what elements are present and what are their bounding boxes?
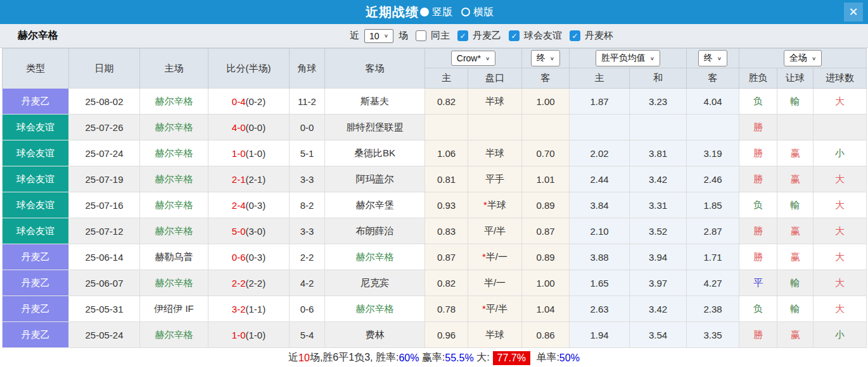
ah-line: 半/一 [468,270,522,296]
home-team[interactable]: 赫尔辛格 [140,89,208,115]
away-team[interactable]: 阿玛盖尔 [325,166,425,192]
ah-away-odds: 1.01 [522,166,570,192]
away-team[interactable]: 桑德比BK [325,140,425,166]
chevron-down-icon: ∨ [650,56,654,61]
match-type-badge: 球会友谊 [3,140,69,166]
home-team[interactable]: 赫尔辛格 [140,218,208,244]
avg-away-odds: 2.38 [687,296,739,322]
recent-count-select[interactable]: 10 ∨ [364,29,393,43]
handicap-indicator: 赢 [777,140,814,166]
footer-summary: 近10场,胜6平1负3, 胜率:60% 赢率:55.5% 大:77.7% 单率:… [0,348,868,367]
goals-indicator: 大 [814,296,867,322]
col-header-type: 类型 [3,49,69,89]
table-row: 丹麦乙25-06-14赫勒乌普0-6(0-3)2-2赫尔辛格0.87*半/一0.… [3,244,867,270]
home-team[interactable]: 赫勒乌普 [140,244,208,270]
home-team[interactable]: 赫尔辛格 [140,140,208,166]
filter-checkbox-league[interactable]: ✓ [457,30,468,41]
sub-header-goals: 进球数 [814,68,867,89]
away-team[interactable]: 尼克宾 [325,270,425,296]
table-row: 丹麦乙25-06-07赫尔辛格2-2(2-2)4-2尼克宾0.82半/一1.00… [3,270,867,296]
ah-line: 平/半 [468,218,522,244]
away-team[interactable]: 赫尔辛格 [325,244,425,270]
near-label: 近 [350,30,359,42]
avg-home-odds: 1.65 [570,270,630,296]
home-team[interactable]: 赫尔辛格 [140,322,208,348]
odds-company-select[interactable]: Crow*∨ [451,51,495,66]
scope-select[interactable]: 全场∨ [784,50,822,66]
odds-time-select[interactable]: 终∨ [531,50,560,66]
col-header-date: 日期 [69,49,140,89]
radio-vertical-layout[interactable]: 竖版 [420,6,452,19]
radio-dot-icon [420,8,429,16]
halftime-score: (1-1) [246,304,266,314]
goals-indicator: 小 [814,322,867,348]
close-icon[interactable]: ✕ [844,3,863,22]
home-team[interactable]: 赫尔辛格 [140,115,208,140]
footer-segment: 场,胜6平1负3, 胜率: [310,351,399,364]
away-team[interactable]: 布朗薛治 [325,218,425,244]
halftime-score: (0-3) [246,252,266,263]
corners-score: 3-3 [290,166,325,192]
away-team[interactable]: 费林 [325,322,425,348]
col-header-away: 客场 [325,49,425,89]
match-date: 25-07-24 [69,140,140,166]
corners-score: 4-2 [290,270,325,296]
match-date: 25-08-02 [69,89,140,115]
away-team[interactable]: 斯基夫 [325,89,425,115]
ah-away-odds: 0.70 [522,140,570,166]
handicap-indicator [777,115,814,140]
avg-time-select[interactable]: 终∨ [698,50,727,66]
away-team[interactable]: 腓特烈堡联盟 [325,115,425,140]
avg-draw-odds [630,115,687,140]
handicap-indicator: 赢 [777,166,814,192]
corners-score: 0-0 [290,115,325,140]
fulltime-score: 4-0 [232,122,246,133]
match-score: 1-0(1-0) [208,140,290,166]
fulltime-score: 2-4 [232,200,246,211]
ah-line: *半/一 [468,244,522,270]
home-team[interactable]: 伊绍伊 IF [140,296,208,322]
team-name: 赫尔辛格 [18,29,58,42]
away-team[interactable]: 赫尔辛格 [325,296,425,322]
fulltime-score: 0-4 [232,96,246,107]
ah-away-odds: 1.00 [522,89,570,115]
table-row: 球会友谊25-07-16赫尔辛格2-4(0-3)8-2赫尔辛堡0.93*半球0.… [3,192,867,218]
games-label: 场 [399,30,408,42]
avg-home-odds: 3.84 [570,192,630,218]
avg-draw-odds: 3.54 [630,322,687,348]
handicap-indicator: 赢 [777,218,814,244]
avg-type-select[interactable]: 胜平负均值∨ [596,50,660,66]
match-score: 4-0(0-0) [208,115,290,140]
corners-score: 8-2 [290,192,325,218]
filter-checkbox-same-home[interactable] [416,30,426,41]
home-team[interactable]: 赫尔辛格 [140,166,208,192]
odds-company-value: Crow* [457,53,481,63]
home-team[interactable]: 赫尔辛格 [140,270,208,296]
match-type-badge: 丹麦乙 [3,244,69,270]
home-team[interactable]: 赫尔辛格 [140,192,208,218]
away-team[interactable]: 赫尔辛堡 [325,192,425,218]
avg-away-odds: 2.46 [687,166,739,192]
ah-line: 半球 [468,89,522,115]
filter-checkbox-cup[interactable]: ✓ [570,30,580,41]
ah-line: 平手 [468,166,522,192]
avg-draw-odds: 3.31 [630,192,687,218]
checkbox-label-cup: 丹麦杯 [585,30,613,42]
col-header-score: 比分(半场) [208,49,290,89]
sub-header-avg-home: 主 [570,68,630,89]
halftime-score: (3-0) [246,226,266,237]
match-score: 2-4(0-3) [208,192,290,218]
col-header-corners: 角球 [290,49,325,89]
filter-controls: 近 10 ∨ 场 同主 ✓ 丹麦乙 ✓ 球会友谊 ✓ 丹麦杯 [255,29,613,43]
fulltime-score: 2-1 [232,174,246,185]
results-body: 丹麦乙25-08-02赫尔辛格0-4(0-2)11-2斯基夫0.82半球1.00… [3,89,867,348]
radio-horizontal-layout[interactable]: 横版 [461,6,494,19]
table-row: 丹麦乙25-08-02赫尔辛格0-4(0-2)11-2斯基夫0.82半球1.00… [3,89,867,115]
sub-header-ah-away: 客 [522,68,570,89]
odds-time-value: 终 [537,53,546,64]
title-bar: 近期战绩 竖版 横版 ✕ [0,0,868,24]
ah-away-odds: 1.04 [522,296,570,322]
result-indicator: 勝 [739,115,777,140]
match-score: 1-0(1-0) [208,322,290,348]
filter-checkbox-friendly[interactable]: ✓ [509,30,520,41]
